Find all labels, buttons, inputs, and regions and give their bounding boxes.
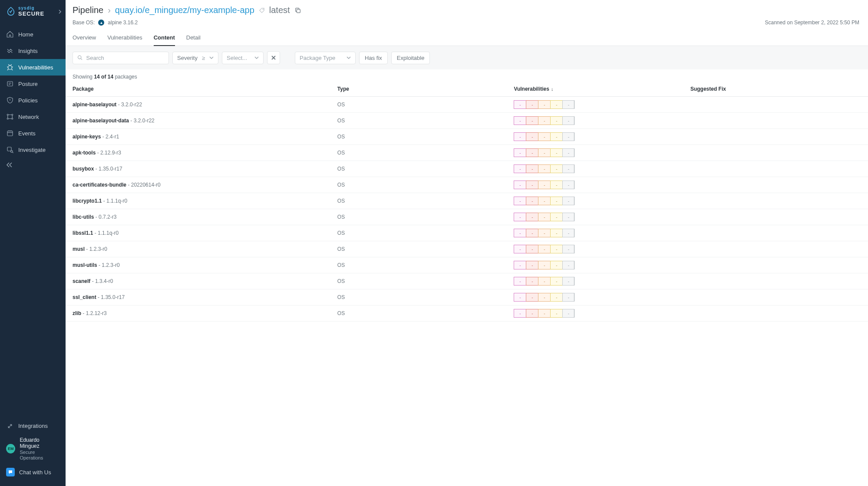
copy-icon[interactable]: [294, 7, 301, 14]
severity-cell: -: [550, 293, 562, 302]
sidebar-item-home[interactable]: Home: [0, 26, 66, 43]
sidebar-item-investigate[interactable]: Investigate: [0, 141, 66, 158]
type-cell: OS: [330, 209, 507, 225]
results-count-value: 14 of 14: [94, 74, 113, 80]
sidebar-item-integrations[interactable]: Integrations: [5, 419, 60, 433]
clear-severity-button[interactable]: [267, 51, 280, 64]
breadcrumb-image-link[interactable]: quay.io/e_minguez/my-example-app: [115, 5, 254, 15]
severity-cell: -: [550, 148, 562, 157]
severity-cell: -: [514, 164, 526, 173]
sidebar-user-block[interactable]: EM Eduardo Minguez Secure Operations: [5, 433, 60, 464]
severity-cell: -: [562, 100, 574, 109]
severity-cell: -: [526, 309, 538, 318]
type-cell: OS: [330, 273, 507, 289]
type-cell: OS: [330, 161, 507, 177]
user-name: Eduardo Minguez: [20, 437, 59, 450]
sidebar-item-insights[interactable]: Insights: [0, 43, 66, 59]
tab-detail[interactable]: Detail: [186, 30, 201, 46]
table-row[interactable]: ssl_client - 1.35.0-r17 OS -----: [66, 289, 868, 305]
severity-cell: -: [514, 181, 526, 189]
vulns-cell: -----: [507, 225, 683, 241]
package-cell: libcrypto1.1 - 1.1.1q-r0: [66, 193, 330, 209]
tab-content[interactable]: Content: [154, 30, 175, 46]
severity-op-select[interactable]: Severity ≥: [172, 52, 218, 64]
posture-icon: [6, 80, 14, 88]
type-cell: OS: [330, 305, 507, 322]
package-cell: libssl1.1 - 1.1.1q-r0: [66, 225, 330, 241]
package-cell: alpine-baselayout - 3.2.0-r22: [66, 97, 330, 113]
table-row[interactable]: apk-tools - 2.12.9-r3 OS -----: [66, 145, 868, 161]
table-row[interactable]: ca-certificates-bundle - 20220614-r0 OS …: [66, 177, 868, 193]
table-row[interactable]: libcrypto1.1 - 1.1.1q-r0 OS -----: [66, 193, 868, 209]
type-cell: OS: [330, 113, 507, 129]
col-suggested-fix[interactable]: Suggested Fix: [683, 82, 868, 97]
has-fix-filter-button[interactable]: Has fix: [359, 52, 388, 64]
table-row[interactable]: alpine-keys - 2.4-r1 OS -----: [66, 129, 868, 145]
brand-block[interactable]: sysdig SECURE: [0, 0, 66, 24]
severity-cell: -: [514, 197, 526, 205]
type-cell: OS: [330, 225, 507, 241]
severity-cell: -: [526, 100, 538, 109]
severity-cell: -: [538, 148, 550, 157]
sidebar-item-label: Events: [18, 130, 36, 137]
table-row[interactable]: libssl1.1 - 1.1.1q-r0 OS -----: [66, 225, 868, 241]
scanned-text: Scanned on September 2, 2022 5:50 PM: [765, 20, 861, 26]
sidebar-item-events[interactable]: Events: [0, 125, 66, 141]
table-row[interactable]: libc-utils - 0.7.2-r3 OS -----: [66, 209, 868, 225]
table-row[interactable]: busybox - 1.35.0-r17 OS -----: [66, 161, 868, 177]
svg-point-8: [11, 151, 13, 153]
type-cell: OS: [330, 97, 507, 113]
table-row[interactable]: alpine-baselayout - 3.2.0-r22 OS -----: [66, 97, 868, 113]
chat-label: Chat with Us: [19, 469, 51, 476]
fix-cell: [683, 209, 868, 225]
chat-icon: [6, 468, 15, 476]
severity-cell: -: [538, 213, 550, 221]
brand-text: sysdig SECURE: [18, 6, 44, 16]
sidebar-item-posture[interactable]: Posture: [0, 76, 66, 92]
table-row[interactable]: musl - 1.2.3-r0 OS -----: [66, 241, 868, 257]
col-fix-label: Suggested Fix: [690, 86, 726, 92]
package-cell: alpine-baselayout-data - 3.2.0-r22: [66, 113, 330, 129]
sidebar-item-chat[interactable]: Chat with Us: [5, 464, 60, 480]
tab-vulnerabilities[interactable]: Vulnerabilities: [107, 30, 142, 46]
fix-cell: [683, 257, 868, 273]
severity-value-select[interactable]: Select...: [222, 52, 264, 64]
breadcrumb: Pipeline › quay.io/e_minguez/my-example-…: [73, 5, 861, 15]
collapse-sidebar-button[interactable]: [0, 158, 66, 173]
severity-cell: -: [514, 261, 526, 269]
severity-cell: -: [550, 309, 562, 318]
table-row[interactable]: alpine-baselayout-data - 3.2.0-r22 OS --…: [66, 113, 868, 129]
header: Pipeline › quay.io/e_minguez/my-example-…: [66, 0, 868, 18]
svg-point-0: [8, 66, 12, 69]
table-row[interactable]: zlib - 1.2.12-r3 OS -----: [66, 305, 868, 322]
col-package[interactable]: Package: [66, 82, 330, 97]
col-vulnerabilities[interactable]: Vulnerabilities↓: [507, 82, 683, 97]
severity-cell: -: [514, 116, 526, 125]
fix-cell: [683, 177, 868, 193]
sidebar-item-network[interactable]: Network: [0, 108, 66, 125]
vulns-cell: -----: [507, 193, 683, 209]
brand-bottom: SECURE: [18, 11, 44, 16]
user-role: Secure Operations: [20, 450, 59, 461]
col-type[interactable]: Type: [330, 82, 507, 97]
severity-cell: -: [538, 293, 550, 302]
type-cell: OS: [330, 145, 507, 161]
fix-cell: [683, 305, 868, 322]
vulns-cell: -----: [507, 145, 683, 161]
severity-cell: -: [538, 277, 550, 286]
search-input[interactable]: [86, 55, 164, 61]
severity-cell: -: [526, 197, 538, 205]
package-cell: ssl_client - 1.35.0-r17: [66, 289, 330, 305]
table-row[interactable]: musl-utils - 1.2.3-r0 OS -----: [66, 257, 868, 273]
table-row[interactable]: scanelf - 1.3.4-r0 OS -----: [66, 273, 868, 289]
severity-cell: -: [514, 132, 526, 141]
tab-overview[interactable]: Overview: [73, 30, 96, 46]
search-icon: [77, 55, 83, 61]
fix-cell: [683, 145, 868, 161]
search-box[interactable]: [73, 52, 169, 64]
package-type-select[interactable]: Package Type: [295, 52, 356, 64]
exploitable-filter-button[interactable]: Exploitable: [391, 52, 430, 64]
severity-cell: -: [514, 293, 526, 302]
sidebar-item-vulnerabilities[interactable]: Vulnerabilities: [0, 59, 66, 76]
sidebar-item-policies[interactable]: Policies: [0, 92, 66, 108]
